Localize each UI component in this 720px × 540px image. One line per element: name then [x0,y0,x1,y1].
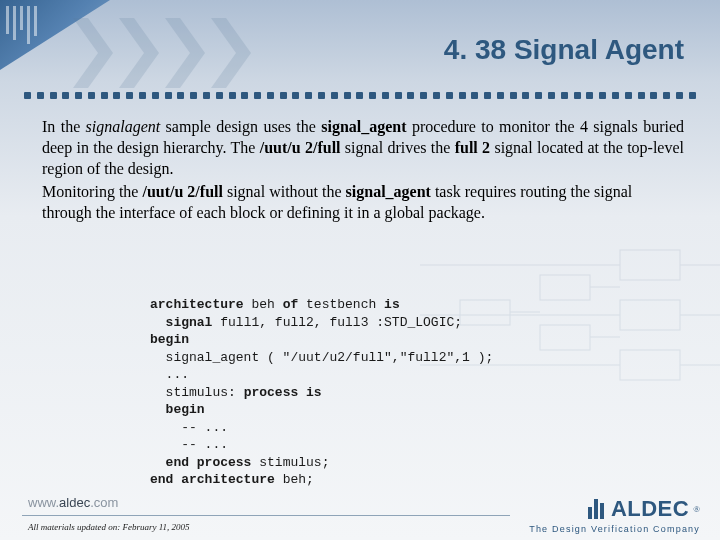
tagline: The Design Verification Company [529,524,700,534]
text: sample design uses the [160,118,321,135]
footer: www.aldec.com All materials updated on: … [0,486,720,540]
text-bold: full 2 [455,139,490,156]
text-bold: signal_agent [321,118,406,135]
svg-rect-3 [540,275,590,300]
corner-bars [6,6,37,44]
slide-title: 4. 38 Signal Agent [444,34,684,66]
url-main: aldec [59,495,90,510]
text: signal drives the [341,139,455,156]
text: Monitoring the [42,183,142,200]
chevron-bg-icon [70,18,254,88]
svg-rect-1 [620,300,680,330]
svg-rect-0 [620,250,680,280]
text: In the [42,118,86,135]
url-suffix: .com [90,495,118,510]
text: signal without the [223,183,346,200]
text-italic: signalagent [86,118,161,135]
slide: 4. 38 Signal Agent In the signalagent sa… [0,0,720,540]
code-block: architecture beh of testbench is signal … [150,296,493,489]
svg-rect-4 [540,325,590,350]
registered-icon: ® [693,504,700,514]
footer-updated: All materials updated on: February 11, 2… [28,522,190,532]
aldec-logo: ALDEC® [588,496,700,522]
logo-mark-icon [588,499,604,519]
body-text: In the signalagent sample design uses th… [42,116,684,224]
url-prefix: www. [28,495,59,510]
footer-rule [22,515,510,516]
text-bold: /uut/u 2/full [142,183,222,200]
divider-dots [24,88,696,102]
text-bold: signal_agent [346,183,431,200]
footer-url: www.aldec.com [28,495,118,510]
logo-text: ALDEC [611,496,689,522]
svg-rect-2 [620,350,680,380]
text-bold: /uut/u 2/full [260,139,341,156]
